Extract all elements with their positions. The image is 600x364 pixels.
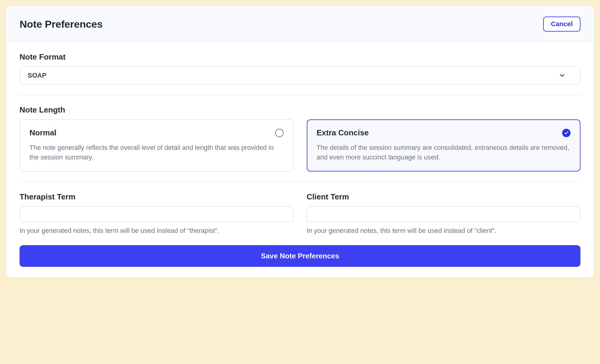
radio-checked-icon: [562, 129, 571, 137]
therapist-term-label: Therapist Term: [20, 192, 294, 202]
note-length-option-normal[interactable]: Normal The note generally reflects the o…: [20, 119, 294, 171]
note-format-selected-value: SOAP: [28, 72, 46, 79]
chevron-down-icon: [558, 72, 566, 79]
save-note-preferences-button[interactable]: Save Note Preferences: [20, 245, 580, 267]
note-length-section: Note Length Normal The note generally re…: [20, 105, 580, 171]
divider: [20, 95, 580, 95]
cancel-button[interactable]: Cancel: [543, 17, 580, 32]
divider: [20, 182, 580, 182]
choice-head: Normal: [29, 128, 284, 137]
note-format-section: Note Format SOAP: [20, 52, 580, 85]
therapist-term-input[interactable]: [20, 206, 294, 222]
choice-head: Extra Concise: [317, 128, 571, 137]
choice-title-extra-concise: Extra Concise: [317, 128, 369, 137]
term-row: Therapist Term In your generated notes, …: [20, 192, 580, 236]
panel-header: Note Preferences Cancel: [6, 6, 594, 42]
note-preferences-panel: Note Preferences Cancel Note Format SOAP…: [6, 6, 594, 278]
panel-title: Note Preferences: [20, 18, 103, 30]
note-length-label: Note Length: [20, 105, 580, 115]
therapist-term-section: Therapist Term In your generated notes, …: [20, 192, 294, 236]
note-length-option-extra-concise[interactable]: Extra Concise The details of the session…: [307, 119, 581, 171]
radio-unchecked-icon: [275, 129, 284, 137]
note-format-select-wrap: SOAP: [20, 66, 580, 85]
client-term-label: Client Term: [307, 192, 581, 202]
client-term-helper: In your generated notes, this term will …: [307, 226, 581, 236]
choice-title-normal: Normal: [29, 128, 57, 137]
therapist-term-helper: In your generated notes, this term will …: [20, 226, 294, 236]
choice-desc-extra-concise: The details of the session summary are c…: [317, 143, 571, 162]
note-length-options: Normal The note generally reflects the o…: [20, 119, 580, 171]
client-term-input[interactable]: [307, 206, 581, 222]
note-format-select[interactable]: SOAP: [20, 66, 580, 85]
panel-body: Note Format SOAP Note Length Normal: [6, 42, 594, 278]
client-term-section: Client Term In your generated notes, thi…: [307, 192, 581, 236]
choice-desc-normal: The note generally reflects the overall …: [29, 143, 284, 162]
note-format-label: Note Format: [20, 52, 580, 62]
